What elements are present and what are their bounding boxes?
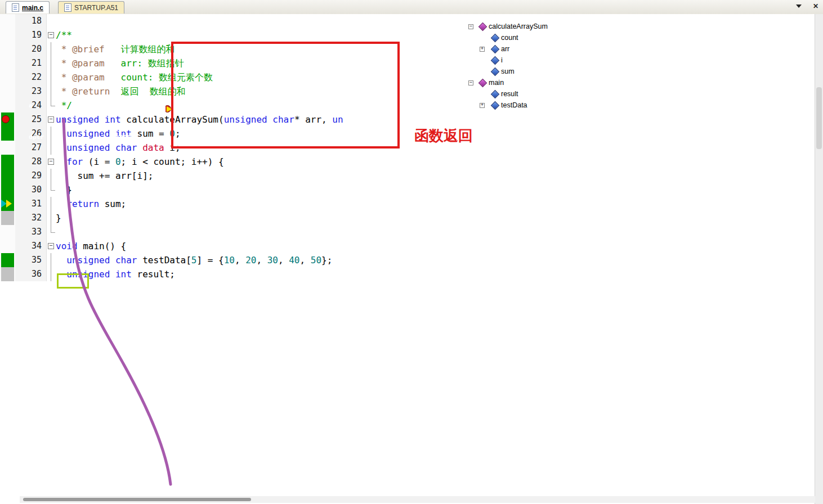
document-close-icon[interactable]: ✕: [813, 2, 818, 10]
editor-margin: [0, 211, 15, 225]
code-text: * @param arr: 数组指针: [56, 56, 815, 70]
editor-margin: [0, 225, 15, 239]
line-number[interactable]: 31: [15, 197, 47, 211]
line-number[interactable]: 29: [15, 169, 47, 183]
code-line[interactable]: 31 return sum;: [0, 197, 815, 211]
expand-icon[interactable]: +: [480, 47, 485, 52]
fold-column[interactable]: [47, 42, 56, 56]
code-text: * @brief 计算数组的和: [56, 42, 815, 56]
line-number[interactable]: 23: [15, 84, 47, 98]
fold-column[interactable]: [47, 70, 56, 84]
code-line[interactable]: 28− for (i = 0; i < count; i++) {: [0, 155, 815, 169]
fold-column[interactable]: [47, 211, 56, 225]
tab-list-dropdown-icon[interactable]: [796, 4, 802, 8]
fold-column[interactable]: −: [47, 155, 56, 169]
code-text: [56, 14, 815, 28]
code-line[interactable]: 21 * @param arr: 数组指针: [0, 56, 815, 70]
line-number[interactable]: 34: [15, 239, 47, 253]
tab-startup-a51[interactable]: STARTUP.A51: [58, 1, 124, 14]
editor-vertical-scrollbar[interactable]: [815, 14, 823, 504]
coverage-gray-block: [1, 267, 14, 281]
code-line[interactable]: 27 unsigned char data i;: [0, 141, 815, 155]
editor-margin: [0, 141, 15, 155]
code-line[interactable]: 19−/**: [0, 28, 815, 42]
line-number[interactable]: 22: [15, 70, 47, 84]
line-number[interactable]: 27: [15, 141, 47, 155]
tab-startup-a51-label: STARTUP.A51: [74, 4, 118, 12]
current-statement-icon: [1, 200, 15, 208]
code-line[interactable]: 18: [0, 14, 815, 28]
code-view: 1819−/**20 * @brief 计算数组的和21 * @param ar…: [0, 14, 815, 504]
fold-column[interactable]: [47, 14, 56, 28]
line-number[interactable]: 25: [15, 112, 47, 127]
fold-collapse-icon[interactable]: −: [48, 116, 54, 123]
editor-margin: [0, 267, 15, 281]
fold-column[interactable]: [47, 267, 56, 281]
fold-end-mark: [51, 183, 55, 191]
fold-column[interactable]: [47, 225, 56, 239]
expand-icon[interactable]: +: [480, 103, 485, 108]
editor-margin: [0, 98, 15, 112]
code-line[interactable]: 30 }: [0, 183, 815, 197]
fold-collapse-icon[interactable]: −: [48, 243, 54, 249]
fold-collapse-icon[interactable]: −: [48, 159, 54, 165]
fold-guide-line: [51, 169, 51, 183]
file-icon: [12, 3, 19, 12]
fold-column[interactable]: [47, 183, 56, 197]
fold-guide-line: [51, 141, 51, 155]
code-line[interactable]: 34−void main() {: [0, 239, 815, 253]
symbol-name: i: [501, 55, 503, 66]
code-text: sum += arr[i];: [56, 169, 815, 183]
code-line[interactable]: 32}: [0, 211, 815, 225]
editor-tab-bar: main.c STARTUP.A51 ✕: [0, 0, 823, 15]
editor-horizontal-scrollbar[interactable]: [20, 496, 815, 503]
fold-column[interactable]: −: [47, 239, 56, 253]
symbol-name: sum: [501, 66, 515, 77]
code-line[interactable]: 23 * @return 返回 数组的和: [0, 84, 815, 98]
line-number[interactable]: 32: [15, 211, 47, 225]
code-text: }: [56, 183, 815, 197]
fold-guide-line: [51, 56, 51, 70]
code-line[interactable]: 35 unsigned char testData[5] = {10, 20, …: [0, 253, 815, 267]
line-number[interactable]: 19: [15, 28, 47, 42]
fold-collapse-icon[interactable]: −: [48, 32, 54, 38]
collapse-icon[interactable]: −: [468, 80, 473, 86]
line-number[interactable]: 18: [15, 14, 47, 28]
symbol-name: result: [501, 89, 518, 100]
coverage-gray-block: [1, 211, 14, 225]
coverage-executed-block: [1, 127, 14, 141]
symbol-name: calculateArraySum: [489, 21, 548, 32]
line-number[interactable]: 30: [15, 183, 47, 197]
fold-column[interactable]: [47, 84, 56, 98]
fold-column[interactable]: [47, 169, 56, 183]
collapse-icon[interactable]: −: [468, 24, 473, 29]
code-line[interactable]: 29 sum += arr[i];: [0, 169, 815, 183]
code-text: return sum;: [56, 197, 815, 211]
fold-column[interactable]: [47, 127, 56, 141]
code-line[interactable]: 36 unsigned int result;: [0, 267, 815, 281]
code-text: /**: [56, 28, 815, 42]
line-number[interactable]: 20: [15, 42, 47, 56]
fold-column[interactable]: [47, 253, 56, 267]
code-line[interactable]: 25−unsigned int calculateArraySum(unsign…: [0, 112, 815, 127]
fold-column[interactable]: [47, 56, 56, 70]
fold-column[interactable]: [47, 98, 56, 112]
tab-main-c[interactable]: main.c: [6, 1, 50, 14]
code-line[interactable]: 22 * @param count: 数组元素个数: [0, 70, 815, 84]
line-number[interactable]: 35: [15, 253, 47, 267]
code-line[interactable]: 33: [0, 225, 815, 239]
fold-guide-line: [51, 127, 51, 141]
symbol-name: arr: [501, 44, 509, 55]
fold-column[interactable]: [47, 141, 56, 155]
fold-column[interactable]: −: [47, 112, 56, 127]
line-number[interactable]: 33: [15, 225, 47, 239]
line-number[interactable]: 36: [15, 267, 47, 281]
code-text: unsigned int result;: [56, 267, 815, 281]
line-number[interactable]: 21: [15, 56, 47, 70]
annotation-green-box: [57, 273, 89, 289]
breakpoint-icon[interactable]: [2, 115, 10, 123]
fold-column[interactable]: −: [47, 28, 56, 42]
fold-column[interactable]: [47, 197, 56, 211]
code-line[interactable]: 20 * @brief 计算数组的和: [0, 42, 815, 56]
line-number[interactable]: 28: [15, 155, 47, 169]
